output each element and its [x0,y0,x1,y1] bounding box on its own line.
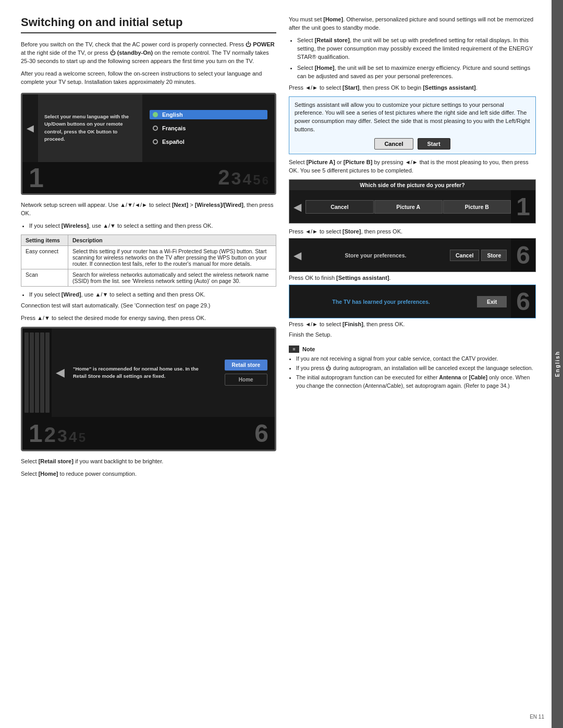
espanol-dot [153,139,158,144]
select-picture-text: Select [Picture A] or [Picture B] by pre… [289,158,536,175]
network-settings-table: Setting items Description Easy connect S… [21,235,276,287]
stripe-5 [45,332,50,413]
table-cell-scan-desc: Search for wireless networks automatical… [68,269,276,286]
settings-assistant-text: Settings assistant will allow you to cus… [295,101,530,134]
store-button[interactable]: Store [481,250,507,261]
note-box: ≡ Note If you are not receiving a signal… [289,346,536,390]
wired-bullet: If you select [Wired], use ▲/▼ to select… [29,291,276,299]
table-cell-scan: Scan [21,269,68,286]
stripe-4 [40,332,44,413]
language-option-english[interactable]: English [150,110,267,119]
note-icon: ≡ [289,346,299,353]
tv-menu-instruction: Select your menu language with the Up/Do… [44,113,136,143]
tv-language-options: English Français Español [142,94,275,162]
tv-number-bar: 1 2 3 4 5 6 [22,162,275,193]
learned-box: The TV has learned your preferences. Exi… [289,285,536,318]
home-text: Select [Home] to reduce power consumptio… [21,470,276,478]
picture-select-header: Which side of the picture do you prefer? [289,180,535,190]
francais-label: Français [162,125,186,131]
learned-header: The TV has learned your preferences. [289,294,473,309]
wireless-bullet: If you select [Wireless], use ▲/▼ to sel… [29,222,276,230]
store-pref-header: Store your preferences. [305,248,446,263]
store-number: 6 [511,239,535,272]
settings-start-button[interactable]: Start [418,138,450,150]
table-cell-easy-connect-desc: Select this setting if your router has a… [68,245,276,269]
finish-setup-text: Finish the Setup. [289,331,536,339]
table-header-description: Description [68,235,276,245]
exit-button-area: Exit [473,293,511,311]
stripe-3 [35,332,39,413]
retail-bullet: Select [Retail store], the unit will be … [297,36,536,61]
note-list: If you are not receiving a signal from y… [296,355,536,390]
home-retail-buttons: Retail store Home [217,328,275,417]
home-bullet: Select [Home], the unit will be set to m… [297,64,536,81]
network-para: Network setup screen will appear. Use ▲/… [21,201,276,218]
francais-dot [153,126,158,131]
table-cell-easy-connect: Easy connect [21,245,68,269]
page-footer: EN 11 [530,714,544,720]
page-title: Switching on and initial setup [21,16,276,33]
home-button[interactable]: Home [225,374,267,386]
store-arrow-left: ◀ [289,246,305,265]
press-finish-settings-text: Press OK to finish [Settings assistant]. [289,274,536,282]
intro-para-1: Before you switch on the TV, check that … [21,41,276,66]
table-row: Scan Search for wireless networks automa… [21,269,276,286]
left-column: Switching on and initial setup Before yo… [21,16,276,712]
note-item-2: If you press ⏻ during autoprogram, an in… [296,364,536,372]
english-label: English [162,112,183,118]
right-column: You must set [Home]. Otherwise, personal… [289,16,536,712]
home-screen-number-bar: 1 2 3 4 5 6 [22,417,275,450]
stripe-1 [25,332,29,413]
language-select-screen: ◀ Select your menu language with the Up/… [21,93,276,195]
learned-number: 6 [511,285,535,318]
press-start-text: Press ◄/► to select [Start], then press … [289,84,536,92]
tv-number-right: 2 3 4 5 6 [218,167,268,188]
note-item-3: The initial autoprogram function can be … [296,374,536,389]
exit-button[interactable]: Exit [477,296,507,307]
home-retail-screen: ◀ "Home" is recommended for normal home … [21,327,276,451]
tv-arrow-left: ◀ [22,94,38,162]
home-screen-arrow: ◀ [52,328,69,417]
press-store-text: Press ◄/► to select [Store], then press … [289,228,536,236]
settings-cancel-button[interactable]: Cancel [374,138,413,150]
right-bullet-list: Select [Retail store], the unit will be … [297,36,536,81]
side-tab-text: English [555,351,560,377]
picture-arrow-left: ◀ [289,199,305,215]
store-preferences-box: ◀ Store your preferences. Cancel Store 6 [289,238,536,272]
tv-left-panel: Select your menu language with the Up/Do… [38,94,142,162]
home-screen-text: "Home" is recommended for normal home us… [69,328,217,417]
page-number: EN 11 [530,714,544,720]
table-row: Easy connect Select this setting if your… [21,245,276,269]
standby-para: You must set [Home]. Otherwise, personal… [289,16,536,32]
retail-store-button[interactable]: Retail store [225,360,267,371]
table-header-setting: Setting items [21,235,68,245]
store-cancel-button[interactable]: Cancel [450,250,479,261]
picture-buttons: Cancel Picture A Picture B [305,200,511,214]
intro-para-2: After you read a welcome screen, follow … [21,70,276,87]
store-pref-buttons: Cancel Store [446,246,511,264]
picture-cancel-button[interactable]: Cancel [305,200,374,214]
note-item-1: If you are not receiving a signal from y… [296,355,536,363]
note-title: ≡ Note [289,346,536,353]
wireless-bullet-list: If you select [Wireless], use ▲/▼ to sel… [29,222,276,230]
retail-text: Select [Retail store] if you want backli… [21,458,276,466]
english-dot [153,112,158,117]
side-tab: English [552,0,563,728]
language-option-espanol[interactable]: Español [150,137,267,146]
tv-number-left: 1 [29,164,44,191]
picture-b-button[interactable]: Picture B [443,200,511,214]
connection-test-para: Connection test will start automatically… [21,302,276,310]
settings-assistant-box: Settings assistant will allow you to cus… [289,96,536,155]
press-home-para: Press ▲/▼ to select the desired mode for… [21,314,276,323]
stripe-2 [30,332,34,413]
language-option-francais[interactable]: Français [150,124,267,133]
press-finish-text: Press ◄/► to select [Finish], then press… [289,320,536,329]
picture-a-button[interactable]: Picture A [374,200,443,214]
wired-bullet-list: If you select [Wired], use ▲/▼ to select… [29,291,276,299]
espanol-label: Español [162,139,185,145]
picture-select-box: Which side of the picture do you prefer?… [289,179,536,224]
settings-assistant-buttons: Cancel Start [295,138,530,150]
